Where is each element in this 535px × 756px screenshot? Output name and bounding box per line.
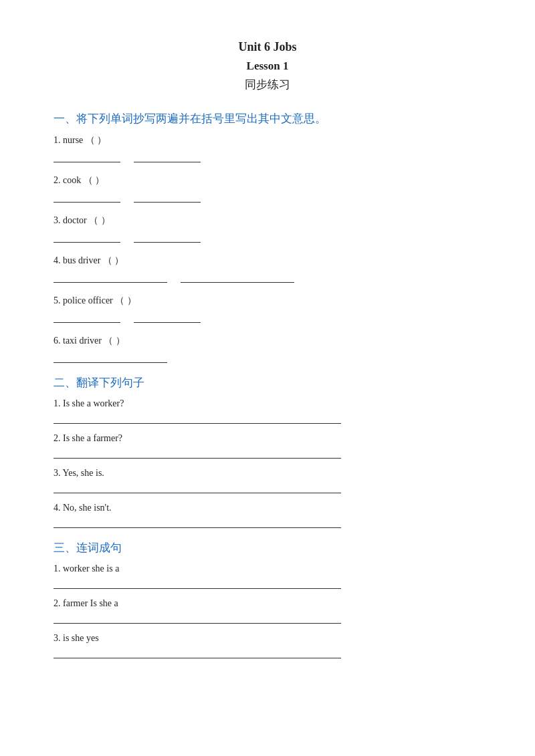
translate-item-2: 2. Is she a farmer?	[54, 433, 481, 459]
vocab-label-policeofficer: 5. police officer （ ）	[54, 295, 481, 307]
sentence-label-3: 3. is she yes	[54, 633, 481, 644]
vocab-label-doctor: 3. doctor （ ）	[54, 215, 481, 227]
vocab-item-taxidriver: 6. taxi driver （ ）	[54, 335, 481, 363]
vocab-label-taxidriver: 6. taxi driver （ ）	[54, 335, 481, 347]
underline-5a	[54, 311, 120, 323]
underline-1b	[134, 150, 201, 162]
sentence-underline-2	[54, 612, 341, 624]
vocab-item-policeofficer: 5. police officer （ ）	[54, 295, 481, 323]
underline-4b	[181, 271, 294, 283]
vocab-label-nurse: 1. nurse （ ）	[54, 134, 481, 146]
vocab-underlines-busdriver	[54, 271, 481, 283]
underline-1a	[54, 150, 120, 162]
vocab-underlines-taxidriver	[54, 351, 481, 363]
vocab-label-busdriver: 4. bus driver （ ）	[54, 255, 481, 267]
sentence-item-2: 2. farmer Is she a	[54, 598, 481, 624]
translate-label-1: 1. Is she a worker?	[54, 398, 481, 409]
translate-label-2: 2. Is she a farmer?	[54, 433, 481, 444]
underline-2b	[134, 191, 201, 203]
section-sentence: 三、连词成句 1. worker she is a 2. farmer Is s…	[54, 540, 481, 658]
vocab-underlines-nurse	[54, 150, 481, 162]
title-main: Unit 6 Jobs	[54, 40, 481, 54]
vocab-item-doctor: 3. doctor （ ）	[54, 215, 481, 243]
translate-item-4: 4. No, she isn't.	[54, 503, 481, 528]
sentence-label-1: 1. worker she is a	[54, 563, 481, 574]
underline-4a	[54, 271, 167, 283]
vocab-item-nurse: 1. nurse （ ）	[54, 134, 481, 162]
section2-title: 二、翻译下列句子	[54, 375, 481, 390]
section-translate: 二、翻译下列句子 1. Is she a worker? 2. Is she a…	[54, 375, 481, 528]
title-sub: Lesson 1	[54, 59, 481, 73]
section3-title: 三、连词成句	[54, 540, 481, 555]
translate-underline-3	[54, 481, 341, 493]
underline-3b	[134, 231, 201, 243]
sentence-item-3: 3. is she yes	[54, 633, 481, 658]
page-header: Unit 6 Jobs Lesson 1 同步练习	[54, 40, 481, 92]
vocab-item-busdriver: 4. bus driver （ ）	[54, 255, 481, 283]
underline-2a	[54, 191, 120, 203]
underline-6a	[54, 351, 167, 363]
section1-title: 一、将下列单词抄写两遍并在括号里写出其中文意思。	[54, 111, 481, 126]
translate-label-3: 3. Yes, she is.	[54, 468, 481, 479]
section-vocabulary: 一、将下列单词抄写两遍并在括号里写出其中文意思。 1. nurse （ ） 2.…	[54, 111, 481, 363]
translate-underline-4	[54, 516, 341, 528]
vocab-label-cook: 2. cook （ ）	[54, 174, 481, 186]
translate-underline-2	[54, 447, 341, 459]
sentence-label-2: 2. farmer Is she a	[54, 598, 481, 609]
sentence-underline-3	[54, 646, 341, 658]
vocab-item-cook: 2. cook （ ）	[54, 174, 481, 203]
sentence-underline-1	[54, 577, 341, 589]
translate-item-1: 1. Is she a worker?	[54, 398, 481, 424]
underline-3a	[54, 231, 120, 243]
vocab-underlines-policeofficer	[54, 311, 481, 323]
title-chinese: 同步练习	[54, 77, 481, 92]
vocab-underlines-doctor	[54, 231, 481, 243]
translate-underline-1	[54, 412, 341, 424]
sentence-item-1: 1. worker she is a	[54, 563, 481, 589]
underline-5b	[134, 311, 201, 323]
vocab-underlines-cook	[54, 191, 481, 203]
translate-item-3: 3. Yes, she is.	[54, 468, 481, 493]
translate-label-4: 4. No, she isn't.	[54, 503, 481, 513]
